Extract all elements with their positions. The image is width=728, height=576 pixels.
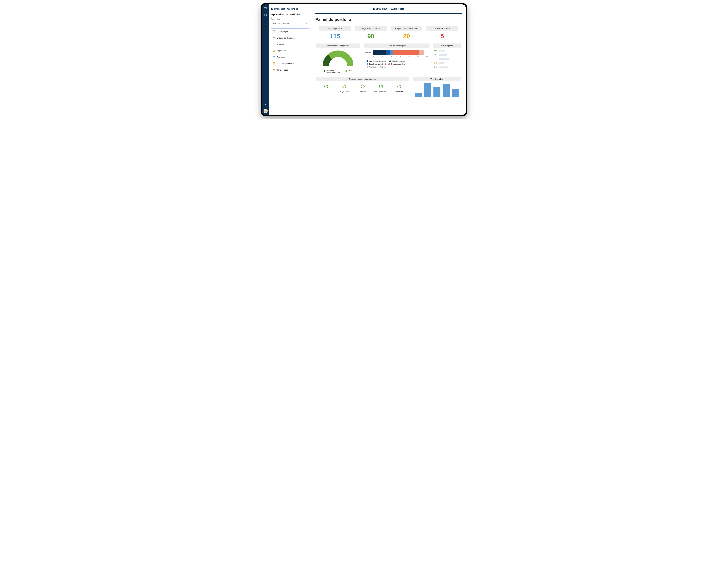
sidebar-item-5[interactable]: Principais problemas xyxy=(271,60,309,66)
legend-label: Ampliar conscientização xyxy=(369,60,386,62)
legend-item: Saldo xyxy=(345,70,352,73)
view-as-label: Exibir como xyxy=(271,18,309,20)
objectives-stacked-bar: Projetos xyxy=(365,50,428,55)
kpi-card: Projetos não monitorados20 xyxy=(390,26,422,40)
sidebar-item-4[interactable]: Recursos xyxy=(271,54,309,60)
quick-link-item[interactable] xyxy=(434,50,460,52)
legend-label: Entrega de serviços xyxy=(391,63,405,65)
sidebar-item-label: Principais problemas xyxy=(277,62,294,65)
collapse-sidebar-button[interactable]: ‹ xyxy=(306,7,309,10)
svg-rect-12 xyxy=(273,69,275,71)
sidebar-item-label: Orçamento xyxy=(277,50,286,52)
legend-dot xyxy=(367,66,368,68)
folder-icon xyxy=(434,66,437,68)
dept-item[interactable]: PMO estratégico xyxy=(373,84,389,92)
sheet-icon xyxy=(273,56,275,58)
svg-rect-4 xyxy=(265,14,267,16)
project-type-section: Tipo de projeto xyxy=(413,77,461,97)
legend-dot xyxy=(388,63,390,65)
legend-dot xyxy=(367,60,368,62)
sidebar-item-6[interactable]: Itens de ação xyxy=(271,67,309,73)
svg-rect-11 xyxy=(273,63,275,64)
bar-segment xyxy=(373,50,386,55)
x-tick: 20 xyxy=(390,56,392,57)
legend-label: Crescimento estratégico xyxy=(369,66,386,68)
sidebar-item-3[interactable]: Orçamento xyxy=(271,48,309,54)
quick-link-placeholder xyxy=(438,66,448,68)
quick-link-item[interactable] xyxy=(434,66,460,68)
sidebar-item-label: Projetos xyxy=(277,43,284,46)
apps-icon[interactable] xyxy=(264,7,267,10)
user-avatar[interactable] xyxy=(264,109,268,113)
pie-icon xyxy=(397,84,401,89)
svg-rect-1 xyxy=(266,7,267,8)
bar-segment xyxy=(419,50,425,55)
sidebar-item-label: Itens de ação xyxy=(277,69,288,71)
svg-rect-3 xyxy=(265,14,266,16)
kpi-value: 115 xyxy=(319,33,351,40)
budget-section-title: Andamento do orçamento xyxy=(316,44,360,48)
legend-label: Capacitar a equipe xyxy=(392,60,405,62)
x-tick: 10 xyxy=(381,56,383,57)
kpi-value: 5 xyxy=(427,33,458,40)
app-title: Aplicativo de portfólio xyxy=(271,13,309,16)
bar-segment xyxy=(386,50,390,55)
device-frame: ? smartsheet WorkApps ‹ Aplicativo de po… xyxy=(261,3,467,116)
legend-label: Saldo xyxy=(348,70,352,71)
bar xyxy=(433,87,440,97)
legend-dot xyxy=(345,70,347,72)
sidebar-item-2[interactable]: Projetos xyxy=(271,41,309,47)
view-as-value: Gerente de portfólio xyxy=(273,22,290,25)
dept-item[interactable]: TI xyxy=(318,84,334,92)
quick-link-item[interactable] xyxy=(434,62,460,64)
legend-item: Crescimento estratégico xyxy=(367,66,386,68)
quick-link-placeholder xyxy=(438,62,444,64)
brand-name: smartsheet xyxy=(274,7,285,10)
x-tick: 60 xyxy=(427,56,428,57)
kpi-card: Projetos em risco5 xyxy=(427,26,458,40)
project-type-bar-chart xyxy=(413,81,461,97)
main-content: smartsheet WorkApps Painel do portfólio … xyxy=(311,4,466,115)
page-title: Painel do portfólio xyxy=(315,17,462,22)
kpi-card: Projetos monitorados90 xyxy=(355,26,387,40)
sidebar: smartsheet WorkApps ‹ Aplicativo de port… xyxy=(269,4,311,115)
objectives-legend: Ampliar conscientizaçãoCapacitar a equip… xyxy=(365,60,428,68)
list-icon xyxy=(273,49,275,52)
quick-link-placeholder xyxy=(438,50,445,52)
clipboard-icon xyxy=(434,58,437,60)
list-icon xyxy=(273,62,275,65)
bar xyxy=(452,89,459,97)
dept-item[interactable]: Engenharia xyxy=(336,84,353,92)
quick-links-title: Links rápidos xyxy=(433,44,461,48)
bar-segment xyxy=(393,50,419,55)
budget-gauge-chart xyxy=(323,50,353,67)
sidebar-item-1[interactable]: Entrada de demandas xyxy=(271,35,309,41)
objectives-y-label: Projetos xyxy=(365,52,372,53)
legend-dot xyxy=(367,63,368,65)
dept-item[interactable]: Vendas xyxy=(354,84,371,92)
sheet-icon xyxy=(434,54,437,56)
x-tick: 30 xyxy=(400,56,401,57)
view-as-select[interactable]: Gerente de portfólio ▼ xyxy=(271,21,309,26)
legend-label: Resultado acumulado do ano xyxy=(326,70,341,73)
bar xyxy=(443,84,450,97)
sidebar-item-0[interactable]: Painel do portfólio xyxy=(271,29,309,34)
list-icon xyxy=(273,68,275,71)
report-icon[interactable] xyxy=(264,13,267,16)
quick-link-item[interactable] xyxy=(434,58,460,60)
svg-rect-7 xyxy=(273,37,275,39)
pie-icon xyxy=(379,84,383,89)
quick-link-item[interactable] xyxy=(434,54,460,56)
sidebar-item-label: Recursos xyxy=(277,56,285,58)
app-screen: ? smartsheet WorkApps ‹ Aplicativo de po… xyxy=(262,4,466,115)
sheet-icon xyxy=(273,43,275,46)
kpi-value: 20 xyxy=(390,33,422,40)
dept-section: Desempenho do departamento TIEngenhariaV… xyxy=(316,77,409,97)
dept-label: Vendas xyxy=(359,90,366,92)
help-button[interactable]: ? xyxy=(265,102,266,105)
kpi-label: Projetos monitorados xyxy=(355,26,387,31)
legend-dot xyxy=(324,70,326,72)
quick-links-section: Links rápidos xyxy=(433,44,461,68)
dept-item[interactable]: Marketing xyxy=(391,84,408,92)
budget-section: Andamento do orçamento Resultado acumula… xyxy=(316,44,360,73)
